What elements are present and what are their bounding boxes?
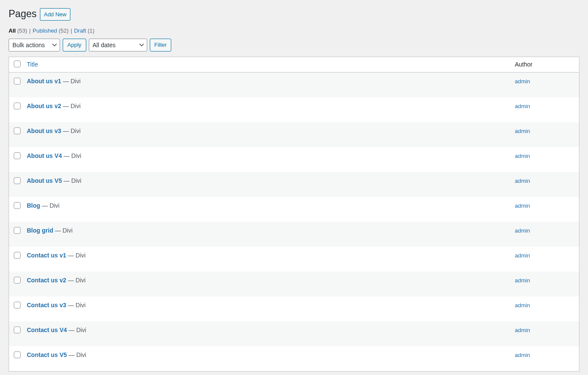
page-title-link[interactable]: Contact us v1 [27,252,67,259]
post-state: — Divi [53,227,73,234]
page-title-link[interactable]: About us v1 [27,78,61,85]
row-title-cell: About us v1 — Divi [23,72,511,97]
row-checkbox[interactable] [14,177,21,184]
row-check-cell [9,122,23,147]
row-title-cell: About us V5 — Divi [23,172,511,197]
table-row: Blog grid — Diviadmin [9,222,579,247]
pages-table: Title Author About us v1 — DiviadminAbou… [9,57,579,372]
row-author-cell: admin [511,72,579,97]
author-link[interactable]: admin [515,78,530,85]
row-author-cell: admin [511,247,579,272]
view-all[interactable]: All (53) [9,27,29,34]
row-author-cell: admin [511,296,579,321]
row-checkbox[interactable] [14,127,21,134]
author-link[interactable]: admin [515,103,530,109]
author-link[interactable]: admin [515,227,530,234]
row-checkbox[interactable] [14,252,21,259]
filter-button[interactable]: Filter [150,39,172,51]
table-row: Contact us v2 — Diviadmin [9,272,579,296]
row-check-cell [9,272,23,296]
table-row: About us V5 — Diviadmin [9,172,579,197]
post-state: — Divi [61,78,81,85]
row-author-cell: admin [511,172,579,197]
row-check-cell [9,296,23,321]
post-state: — Divi [66,277,85,284]
row-checkbox[interactable] [14,351,21,358]
select-all-checkbox[interactable] [14,60,21,67]
post-state: — Divi [67,327,86,333]
post-state: — Divi [61,127,81,134]
row-check-cell [9,222,23,247]
page-title-link[interactable]: About us V5 [27,177,62,184]
view-all-count: (53) [17,27,27,34]
bulk-actions-select[interactable]: Bulk actions [9,39,60,51]
table-row: About us v1 — Diviadmin [9,72,579,97]
row-checkbox[interactable] [14,202,21,209]
post-state: — Divi [66,252,85,259]
row-author-cell: admin [511,321,579,346]
view-all-label: All [9,27,16,34]
apply-button[interactable]: Apply [63,39,86,51]
author-link[interactable]: admin [515,178,530,184]
page-title-link[interactable]: Contact us V5 [27,351,67,358]
page-title-link[interactable]: About us V4 [27,152,62,159]
page-title-link[interactable]: About us v2 [27,103,61,109]
view-draft[interactable]: Draft (1) [74,27,94,34]
row-checkbox[interactable] [14,327,21,333]
title-column-header[interactable]: Title [23,57,511,72]
row-checkbox[interactable] [14,302,21,308]
author-link[interactable]: admin [515,252,530,259]
author-link[interactable]: admin [515,302,530,308]
post-state: — Divi [61,103,81,109]
page-title-link[interactable]: Blog [27,202,40,209]
author-link[interactable]: admin [515,277,530,284]
view-filters: All (53) | Published (52) | Draft (1) [9,27,579,34]
author-link[interactable]: admin [515,352,530,358]
post-state: — Divi [67,351,86,358]
author-link[interactable]: admin [515,128,530,134]
row-title-cell: Contact us V4 — Divi [23,321,511,346]
date-filter-select[interactable]: All dates [89,39,147,51]
view-draft-count: (1) [88,27,94,34]
page-title-link[interactable]: Contact us v2 [27,277,67,284]
post-state: — Divi [62,152,81,159]
row-check-cell [9,197,23,222]
table-row: Contact us V4 — Diviadmin [9,321,579,346]
author-column-header: Author [511,57,579,72]
row-author-cell: admin [511,197,579,222]
view-published[interactable]: Published (52) [33,27,70,34]
page-title-link[interactable]: Contact us v3 [27,302,67,308]
view-published-count: (52) [59,27,69,34]
row-checkbox[interactable] [14,103,21,109]
row-title-cell: Contact us v2 — Divi [23,272,511,296]
row-checkbox[interactable] [14,277,21,284]
post-state: — Divi [66,302,85,308]
row-checkbox[interactable] [14,78,21,85]
row-author-cell: admin [511,346,579,372]
row-title-cell: About us V4 — Divi [23,147,511,172]
row-title-cell: Contact us V5 — Divi [23,346,511,372]
page-title-link[interactable]: Blog grid [27,227,53,234]
table-row: Contact us V5 — Diviadmin [9,346,579,372]
table-row: About us v2 — Diviadmin [9,97,579,122]
row-check-cell [9,247,23,272]
row-title-cell: Blog — Divi [23,197,511,222]
row-checkbox[interactable] [14,152,21,159]
author-link[interactable]: admin [515,203,530,209]
row-author-cell: admin [511,122,579,147]
view-published-label: Published [33,27,57,34]
row-checkbox[interactable] [14,227,21,234]
select-all-column [9,57,23,72]
page-title-link[interactable]: Contact us V4 [27,327,67,333]
page-title-link[interactable]: About us v3 [27,127,61,134]
add-new-button[interactable]: Add New [40,8,70,21]
row-author-cell: admin [511,272,579,296]
table-row: Contact us v1 — Diviadmin [9,247,579,272]
row-check-cell [9,172,23,197]
row-author-cell: admin [511,147,579,172]
author-link[interactable]: admin [515,327,530,333]
row-check-cell [9,147,23,172]
author-link[interactable]: admin [515,153,530,159]
page-title: Pages [9,4,36,22]
post-state: — Divi [62,177,81,184]
